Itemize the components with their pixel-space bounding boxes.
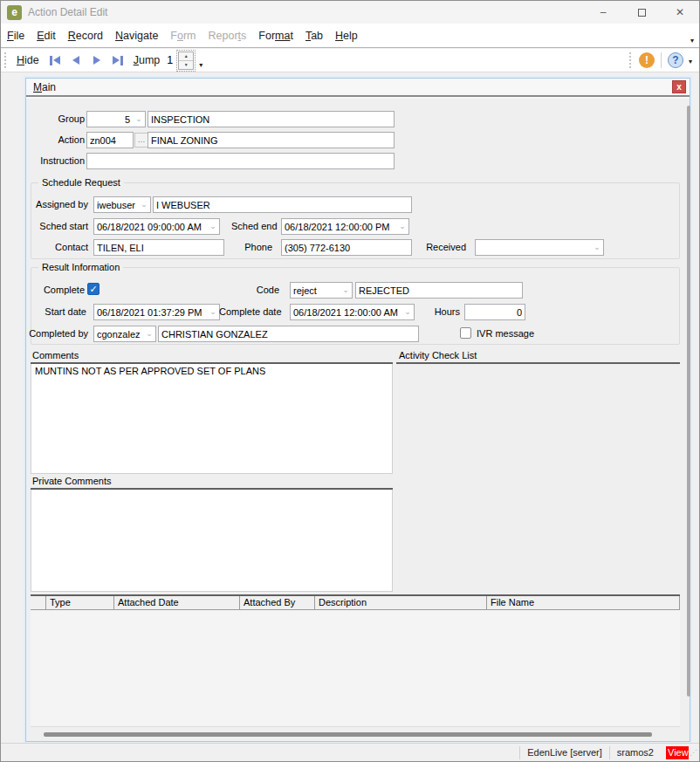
sched-end-label: Sched end	[231, 221, 277, 231]
sched-end-combo[interactable]: 06/18/2021 12:00:00 PM ⌄	[281, 218, 409, 235]
completed-by-desc-input[interactable]	[158, 326, 419, 342]
column-header-file-name[interactable]: File Name	[486, 596, 679, 609]
next-record-button[interactable]	[86, 51, 107, 70]
chevron-down-icon: ⌄	[340, 283, 352, 298]
comments-textarea[interactable]: MUNTINS NOT AS PER APPROVED SET OF PLANS	[31, 364, 393, 474]
attachments-body	[31, 610, 680, 727]
hide-button[interactable]: Hide	[11, 52, 45, 68]
complete-date-label: Complete date	[219, 306, 281, 317]
action-code-input[interactable]	[86, 132, 134, 148]
ivr-message-label: IVR message	[477, 328, 546, 339]
action-lookup-button[interactable]: …	[134, 133, 148, 148]
phone-input[interactable]	[281, 239, 412, 256]
tab-main[interactable]: Main	[33, 81, 56, 93]
menu-item-navigate[interactable]: Navigate	[115, 30, 158, 42]
completed-by-combo[interactable]: cgonzalez ⌄	[93, 326, 156, 342]
start-date-label: Start date	[31, 306, 86, 317]
column-header-attached-by[interactable]: Attached By	[239, 596, 314, 609]
group-desc-input[interactable]	[148, 111, 395, 127]
vertical-scrollbar[interactable]	[687, 106, 690, 697]
group-code-combo[interactable]: 5 ⌄	[86, 111, 146, 127]
code-combo[interactable]: reject ⌄	[290, 282, 353, 299]
jump-value[interactable]: 1	[167, 54, 173, 66]
menu-overflow-icon[interactable]: ▾	[690, 37, 694, 47]
private-comments-header: Private Comments	[32, 476, 111, 486]
minimize-icon: –	[600, 6, 607, 18]
menu-item-record[interactable]: Record	[68, 30, 103, 42]
action-desc-input[interactable]	[148, 132, 395, 148]
activity-divider	[396, 362, 680, 364]
code-desc-input[interactable]	[355, 282, 523, 299]
jump-spinner: ▲ ▼	[178, 51, 194, 70]
first-record-icon	[50, 56, 52, 65]
complete-checkbox[interactable]: ✓	[87, 283, 100, 295]
app-window: e Action Detail Edit – ✕ File Edit Recor…	[0, 0, 700, 762]
assigned-by-combo[interactable]: iwebuser ⌄	[93, 196, 151, 213]
toolbar-separator	[629, 52, 632, 68]
column-header-type[interactable]: Type	[45, 596, 113, 609]
start-date-combo[interactable]: 06/18/2021 01:37:29 PM ⌄	[93, 304, 220, 320]
column-header-selector[interactable]	[31, 596, 45, 609]
schedule-request-title: Schedule Request	[38, 177, 124, 188]
next-record-icon	[93, 56, 100, 65]
resize-grip[interactable]: ⋰	[689, 748, 699, 757]
received-label: Received	[414, 242, 466, 252]
chevron-down-icon: ⌄	[396, 219, 408, 234]
toolbar-separator	[661, 52, 662, 68]
minimize-button[interactable]: –	[584, 1, 622, 24]
toolbar-grip[interactable]	[4, 52, 8, 68]
menu-item-file[interactable]: File	[7, 30, 24, 42]
chevron-down-icon: ⌄	[207, 305, 219, 319]
sched-start-combo[interactable]: 06/18/2021 09:00:00 AM ⌄	[93, 218, 220, 235]
maximize-button[interactable]	[622, 1, 661, 24]
complete-label: Complete	[31, 285, 85, 295]
spinner-down-button[interactable]: ▼	[179, 61, 193, 69]
spinner-up-button[interactable]: ▲	[179, 52, 193, 61]
menu-item-form: Form	[170, 30, 196, 42]
previous-record-button[interactable]	[65, 51, 86, 70]
menu-item-format[interactable]: Format	[258, 30, 293, 42]
chevron-down-icon: ⌄	[143, 326, 155, 341]
received-combo[interactable]: ⌄	[475, 239, 604, 256]
result-information-title: Result Information	[38, 262, 123, 272]
close-icon: ✕	[676, 6, 684, 18]
panel-body: Group 5 ⌄ Action … Instruction Schedule …	[26, 99, 690, 741]
column-header-description[interactable]: Description	[314, 596, 486, 609]
chevron-down-icon: ⌄	[133, 112, 145, 127]
ivr-message-checkbox[interactable]: ✓	[460, 327, 471, 339]
jump-label: Jump	[128, 52, 166, 68]
panel-close-button[interactable]: x	[672, 80, 686, 93]
hours-input[interactable]	[464, 304, 525, 320]
complete-date-combo[interactable]: 06/18/2021 12:00:00 AM ⌄	[290, 304, 415, 320]
instruction-input[interactable]	[86, 153, 395, 169]
private-comments-textarea[interactable]	[31, 490, 393, 592]
menu-item-edit[interactable]: Edit	[37, 30, 56, 42]
menubar: File Edit Record Navigate Form Reports F…	[1, 24, 699, 48]
menu-item-reports: Reports	[209, 30, 247, 42]
menu-item-tab[interactable]: Tab	[305, 30, 323, 42]
close-button[interactable]: ✕	[661, 1, 699, 24]
column-header-attached-date[interactable]: Attached Date	[113, 596, 239, 609]
comments-header: Comments	[32, 350, 79, 360]
sched-start-label: Sched start	[31, 221, 88, 231]
alert-button[interactable]: !	[639, 52, 655, 68]
toolbar-overflow-icon[interactable]: ▾	[199, 61, 202, 72]
menu-item-help[interactable]: Help	[335, 30, 358, 42]
chevron-down-icon: ⌄	[207, 219, 219, 234]
chevron-down-icon: ⌄	[401, 305, 414, 319]
help-options-icon[interactable]: ▾	[689, 58, 692, 68]
statusbar: EdenLive [server] sramos2 View ⋰	[1, 743, 699, 761]
status-mode-badge: View	[666, 746, 689, 759]
assigned-by-desc-input[interactable]	[153, 196, 412, 213]
last-record-button[interactable]	[107, 51, 128, 70]
activity-check-list-header: Activity Check List	[399, 350, 477, 360]
contact-label: Contact	[31, 242, 88, 252]
contact-input[interactable]	[93, 239, 224, 256]
horizontal-scrollbar[interactable]	[44, 732, 652, 737]
titlebar: e Action Detail Edit – ✕	[1, 1, 699, 24]
window-controls: – ✕	[584, 1, 699, 24]
status-user: sramos2	[609, 746, 661, 759]
first-record-button[interactable]	[45, 51, 65, 70]
hours-label: Hours	[425, 306, 460, 317]
help-button[interactable]: ?	[668, 52, 683, 68]
